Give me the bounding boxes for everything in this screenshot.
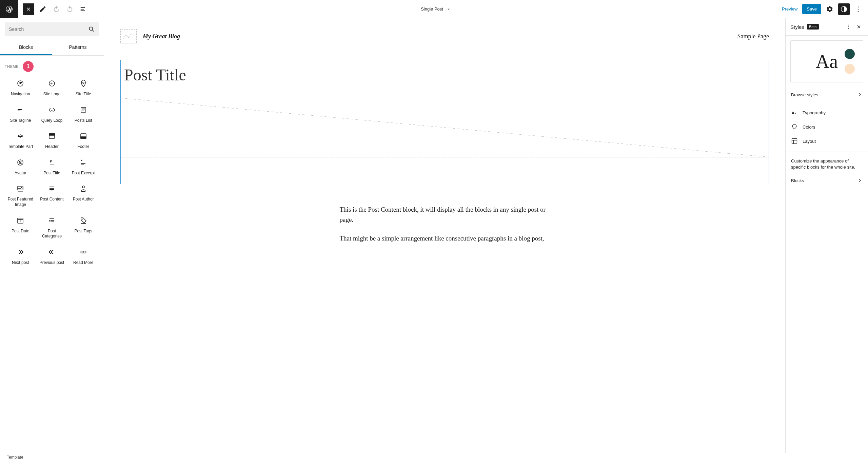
avatar-icon <box>16 158 24 167</box>
typography-sample: Aa <box>816 51 838 72</box>
svg-rect-8 <box>18 111 20 111</box>
block-post-author[interactable]: Post Author <box>67 181 99 211</box>
block-site-title[interactable]: Site Title <box>67 76 99 100</box>
featured-image-placeholder[interactable] <box>121 98 769 157</box>
swatch-secondary <box>845 64 855 74</box>
search-input[interactable] <box>9 26 88 32</box>
block-post-content[interactable]: Post Content <box>36 181 68 211</box>
svg-rect-28 <box>50 189 54 190</box>
svg-point-39 <box>49 222 50 222</box>
tab-blocks[interactable]: Blocks <box>0 40 52 55</box>
block-header[interactable]: Header <box>36 129 68 153</box>
layout-row[interactable]: Layout <box>786 134 868 148</box>
more-options-button[interactable] <box>852 3 864 15</box>
block-read-more[interactable]: Read More <box>67 245 99 269</box>
svg-point-37 <box>49 220 50 221</box>
chevron-down-icon <box>446 6 451 12</box>
block-post-title[interactable]: PPost Title <box>36 155 68 179</box>
block-footer[interactable]: Footer <box>67 129 99 153</box>
header-icon <box>48 132 56 140</box>
typography-label: Typography <box>803 110 826 115</box>
undo-button[interactable] <box>51 3 62 15</box>
svg-point-3 <box>858 11 859 12</box>
svg-line-44 <box>121 98 769 157</box>
svg-text:❝: ❝ <box>81 159 82 163</box>
save-button[interactable]: Save <box>802 4 821 14</box>
block-query-loop[interactable]: Query Loop <box>36 102 68 127</box>
post-title[interactable]: Post Title <box>121 60 769 98</box>
svg-rect-27 <box>50 188 54 189</box>
block-label: Avatar <box>15 171 26 176</box>
redo-button[interactable] <box>64 3 76 15</box>
block-post-featured-image[interactable]: Post Featured Image <box>5 181 36 211</box>
search-box[interactable] <box>5 22 99 36</box>
styles-button[interactable] <box>838 3 850 15</box>
block-label: Read More <box>73 260 93 266</box>
post-date-icon: 2 <box>16 216 24 225</box>
panel-more-button[interactable] <box>844 22 853 31</box>
footer-icon <box>79 132 87 140</box>
nav-sample-page[interactable]: Sample Page <box>737 33 769 40</box>
post-tags-icon <box>79 216 87 225</box>
svg-text:a: a <box>794 112 796 115</box>
block-label: Next post <box>12 260 29 266</box>
content-paragraph-2[interactable]: That might be a simple arrangement like … <box>340 233 550 244</box>
site-logo-icon <box>48 79 56 88</box>
panel-close-button[interactable] <box>854 22 863 31</box>
chevron-right-icon <box>856 92 863 98</box>
svg-rect-36 <box>51 220 54 221</box>
content-paragraph-1[interactable]: This is the Post Content block, it will … <box>340 205 550 225</box>
browse-styles-row[interactable]: Browse styles <box>786 87 868 102</box>
svg-point-18 <box>20 161 21 162</box>
swatch-primary <box>845 49 855 59</box>
template-selector[interactable]: Single Post <box>90 6 782 12</box>
block-site-logo[interactable]: Site Logo <box>36 76 68 100</box>
svg-rect-7 <box>18 109 22 110</box>
block-site-tagline[interactable]: Site Tagline <box>5 102 36 127</box>
beta-badge: Beta <box>807 24 819 30</box>
editor-canvas[interactable]: My Great Blog Sample Page Post Title Thi… <box>104 18 785 453</box>
navigation-icon <box>16 79 24 88</box>
block-next-post[interactable]: Next post <box>5 245 36 269</box>
next-post-icon <box>16 248 24 256</box>
site-logo-placeholder[interactable] <box>120 29 137 43</box>
status-text: Template <box>7 455 23 460</box>
template-part-icon <box>16 132 24 140</box>
post-block-selected[interactable]: Post Title <box>120 60 769 184</box>
annotation-badge-1: 1 <box>23 61 34 72</box>
block-label: Previous post <box>40 260 64 266</box>
list-view-button[interactable] <box>78 3 89 15</box>
block-template-part[interactable]: Template Part <box>5 129 36 153</box>
svg-point-4 <box>89 27 93 30</box>
settings-button[interactable] <box>824 3 835 15</box>
blocks-row[interactable]: Blocks <box>786 173 868 188</box>
colors-row[interactable]: Colors <box>786 120 868 134</box>
block-label: Site Tagline <box>10 118 31 123</box>
block-posts-list[interactable]: Posts List <box>67 102 99 127</box>
block-post-excerpt[interactable]: ❝Post Excerpt <box>67 155 99 179</box>
block-label: Template Part <box>8 144 33 150</box>
preview-link[interactable]: Preview <box>782 6 797 12</box>
block-previous-post[interactable]: Previous post <box>36 245 68 269</box>
svg-rect-14 <box>49 134 55 135</box>
block-post-tags[interactable]: Post Tags <box>67 213 99 243</box>
edit-button[interactable] <box>37 3 48 15</box>
svg-rect-16 <box>81 137 86 138</box>
block-label: Post Tags <box>74 229 92 234</box>
svg-point-40 <box>82 219 82 219</box>
typography-row[interactable]: Aa Typography <box>786 105 868 120</box>
close-button[interactable] <box>23 3 34 15</box>
block-post-date[interactable]: 2Post Date <box>5 213 36 243</box>
block-navigation[interactable]: Navigation <box>5 76 36 100</box>
block-post-categories[interactable]: Post Categories <box>36 213 68 243</box>
site-title[interactable]: My Great Blog <box>143 33 180 40</box>
wordpress-logo[interactable] <box>0 0 18 18</box>
block-label: Posts List <box>75 118 92 123</box>
tab-patterns[interactable]: Patterns <box>52 40 104 55</box>
style-preview[interactable]: Aa <box>790 40 863 82</box>
styles-panel: Styles Beta Aa Browse styles <box>785 18 868 453</box>
search-icon <box>88 26 95 33</box>
block-avatar[interactable]: Avatar <box>5 155 36 179</box>
block-label: Footer <box>77 144 89 150</box>
post-excerpt-icon: ❝ <box>79 158 87 167</box>
